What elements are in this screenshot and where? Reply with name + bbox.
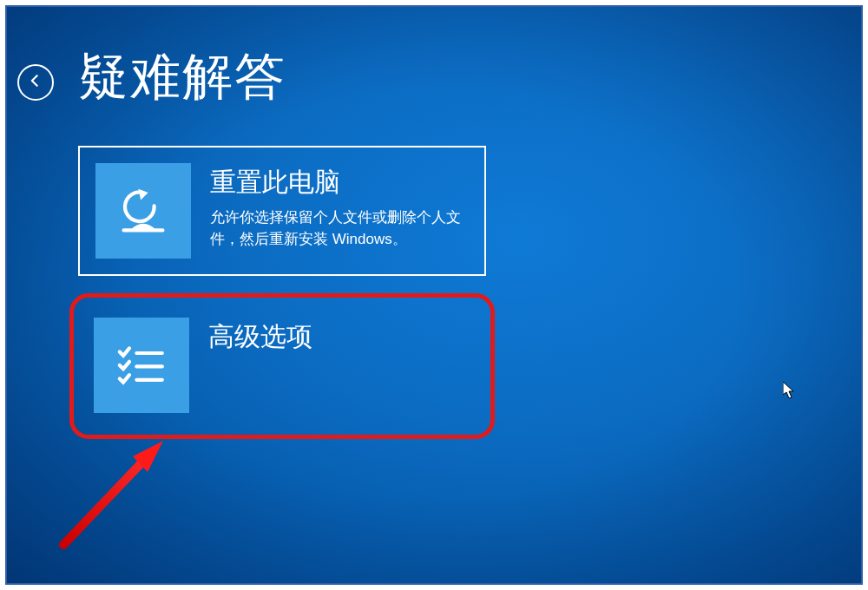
option-advanced-text: 高级选项 (189, 302, 325, 432)
option-reset-pc[interactable]: 重置此电脑 允许你选择保留个人文件或删除个人文件，然后重新安装 Windows。 (78, 146, 486, 276)
mouse-cursor-icon (783, 382, 795, 399)
option-reset-title: 重置此电脑 (210, 165, 472, 200)
svg-marker-6 (783, 382, 793, 398)
advanced-options-icon (94, 318, 189, 413)
reset-pc-icon (95, 163, 191, 259)
svg-line-4 (63, 454, 150, 545)
option-reset-text: 重置此电脑 允许你选择保留个人文件或删除个人文件，然后重新安装 Windows。 (191, 148, 484, 274)
option-advanced-title: 高级选项 (208, 319, 312, 355)
annotation-arrow-icon (50, 415, 189, 554)
svg-marker-5 (133, 441, 163, 472)
svg-marker-0 (138, 189, 148, 200)
option-advanced[interactable]: 高级选项 (78, 302, 486, 432)
back-button[interactable] (17, 64, 54, 101)
option-reset-description: 允许你选择保留个人文件或删除个人文件，然后重新安装 Windows。 (210, 207, 472, 250)
recovery-screen: 疑难解答 重置此电脑 允许你选择保留个人文件或删除个人文件，然后重新安装 Win… (5, 5, 863, 585)
page-title: 疑难解答 (78, 43, 286, 111)
arrow-left-icon (27, 72, 44, 93)
